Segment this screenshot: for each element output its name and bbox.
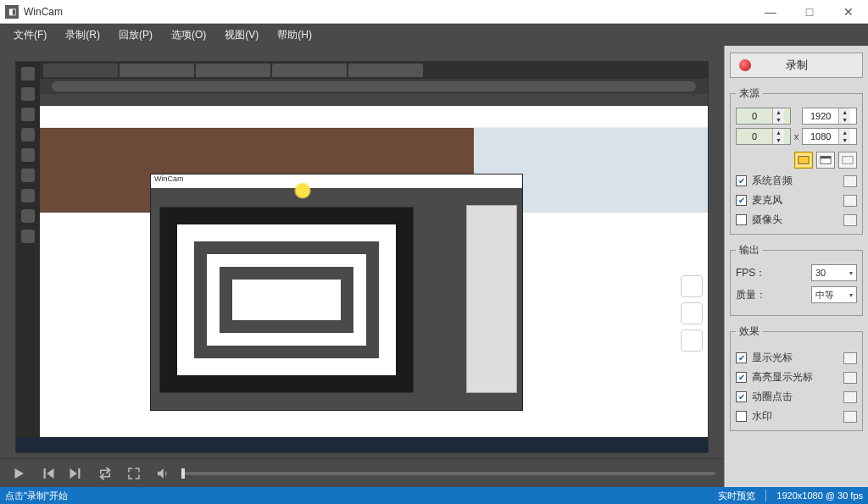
source-height-input[interactable]: ▲▼ bbox=[802, 128, 857, 145]
menubar: 文件(F) 录制(R) 回放(P) 选项(O) 视图(V) 帮助(H) bbox=[0, 24, 868, 46]
effects-legend: 效果 bbox=[736, 324, 763, 339]
spin-up-icon[interactable]: ▲ bbox=[773, 108, 784, 116]
source-width-input[interactable]: ▲▼ bbox=[802, 108, 857, 125]
captured-nested-wincam: WinCam bbox=[150, 174, 523, 411]
show-cursor-options[interactable] bbox=[843, 352, 857, 364]
watermark-checkbox[interactable] bbox=[736, 411, 747, 422]
app-window: ◧ WinCam — □ ✕ 文件(F) 录制(R) 回放(P) 选项(O) 视… bbox=[0, 0, 868, 504]
statusbar: 点击"录制"开始 实时预览 1920x1080 @ 30 fps bbox=[0, 487, 868, 504]
source-width-value[interactable] bbox=[803, 108, 838, 124]
microphone-checkbox[interactable] bbox=[736, 195, 747, 206]
animate-click-checkbox[interactable] bbox=[736, 391, 747, 402]
captured-page: WinCam bbox=[40, 106, 708, 437]
svg-rect-3 bbox=[843, 157, 853, 164]
highlight-cursor-options[interactable] bbox=[843, 372, 857, 384]
captured-browser-sidebar bbox=[16, 62, 40, 452]
microphone-options[interactable] bbox=[843, 195, 857, 207]
camera-options[interactable] bbox=[843, 214, 857, 226]
quality-combo[interactable]: 中等 ▾ bbox=[811, 286, 857, 303]
status-right: 1920x1080 @ 30 fps bbox=[776, 490, 863, 501]
seek-slider[interactable] bbox=[181, 472, 715, 475]
status-mid: 实时预览 bbox=[718, 490, 755, 502]
capture-mode-region[interactable] bbox=[838, 152, 857, 169]
minimize-button[interactable]: — bbox=[751, 0, 790, 24]
svg-rect-2 bbox=[821, 157, 831, 159]
menu-record[interactable]: 录制(R) bbox=[57, 25, 108, 45]
spin-up-icon[interactable]: ▲ bbox=[773, 129, 784, 136]
chevron-down-icon: ▾ bbox=[849, 291, 853, 299]
prev-frame-button[interactable] bbox=[37, 463, 58, 484]
spin-down-icon[interactable]: ▼ bbox=[839, 136, 850, 144]
cursor-highlight-icon bbox=[294, 182, 311, 199]
highlight-cursor-checkbox[interactable] bbox=[736, 372, 747, 383]
status-left: 点击"录制"开始 bbox=[5, 490, 68, 502]
system-audio-options[interactable] bbox=[843, 175, 857, 187]
source-legend: 来源 bbox=[736, 86, 763, 101]
source-y-value[interactable] bbox=[737, 129, 772, 144]
microphone-label: 麦克风 bbox=[752, 193, 782, 208]
menu-help[interactable]: 帮助(H) bbox=[269, 25, 320, 45]
spin-down-icon[interactable]: ▼ bbox=[773, 136, 784, 144]
source-y-input[interactable]: ▲▼ bbox=[736, 128, 791, 145]
fps-value: 30 bbox=[815, 268, 826, 278]
preview-frame: WinCam bbox=[15, 61, 709, 453]
dimension-separator: x bbox=[794, 131, 799, 141]
preview-column: WinCam bbox=[0, 46, 724, 487]
menu-replay[interactable]: 回放(P) bbox=[110, 25, 161, 45]
main-area: WinCam bbox=[0, 46, 868, 487]
output-group: 输出 FPS： 30 ▾ 质量： 中等 ▾ bbox=[730, 243, 863, 316]
fps-combo[interactable]: 30 ▾ bbox=[811, 264, 857, 281]
loop-button[interactable] bbox=[95, 463, 115, 484]
spin-down-icon[interactable]: ▼ bbox=[839, 116, 850, 124]
nested-window-title: WinCam bbox=[151, 174, 522, 188]
volume-button[interactable] bbox=[153, 463, 173, 484]
source-group: 来源 ▲▼ ▲▼ ▲▼ x bbox=[730, 86, 863, 235]
menu-file[interactable]: 文件(F) bbox=[5, 25, 55, 45]
record-dot-icon bbox=[739, 59, 751, 71]
effects-group: 效果 显示光标 高亮显示光标 bbox=[730, 324, 863, 431]
spin-down-icon[interactable]: ▼ bbox=[773, 116, 784, 124]
source-x-value[interactable] bbox=[737, 108, 772, 124]
record-button[interactable]: 录制 bbox=[730, 53, 863, 78]
svg-rect-0 bbox=[798, 157, 809, 164]
play-button[interactable] bbox=[8, 463, 29, 484]
system-audio-label: 系统音频 bbox=[752, 174, 793, 188]
spin-up-icon[interactable]: ▲ bbox=[839, 108, 850, 116]
next-frame-button[interactable] bbox=[66, 463, 86, 484]
menu-view[interactable]: 视图(V) bbox=[216, 25, 267, 45]
settings-panel: 录制 来源 ▲▼ ▲▼ ▲▼ bbox=[724, 46, 868, 487]
watermark-label: 水印 bbox=[752, 409, 772, 424]
output-legend: 输出 bbox=[736, 243, 763, 258]
system-audio-checkbox[interactable] bbox=[736, 175, 747, 186]
capture-mode-window[interactable] bbox=[816, 152, 835, 169]
fps-label: FPS： bbox=[736, 266, 765, 280]
highlight-cursor-label: 高亮显示光标 bbox=[752, 370, 813, 385]
watermark-options[interactable] bbox=[843, 411, 857, 423]
show-cursor-checkbox[interactable] bbox=[736, 352, 747, 363]
record-button-label: 录制 bbox=[786, 58, 808, 73]
app-icon: ◧ bbox=[5, 5, 19, 19]
camera-label: 摄像头 bbox=[752, 213, 782, 227]
close-button[interactable]: ✕ bbox=[829, 0, 868, 24]
maximize-button[interactable]: □ bbox=[790, 0, 829, 24]
captured-floating-buttons bbox=[681, 275, 703, 352]
menu-options[interactable]: 选项(O) bbox=[163, 25, 214, 45]
player-bar bbox=[0, 458, 724, 487]
source-height-value[interactable] bbox=[803, 129, 838, 144]
show-cursor-label: 显示光标 bbox=[752, 351, 793, 365]
capture-mode-fullscreen[interactable] bbox=[794, 152, 813, 169]
quality-value: 中等 bbox=[815, 289, 834, 302]
chevron-down-icon: ▾ bbox=[849, 269, 853, 277]
fullscreen-button[interactable] bbox=[124, 463, 144, 484]
captured-taskbar bbox=[16, 437, 708, 452]
captured-browser-chrome bbox=[40, 62, 708, 94]
animate-click-label: 动圈点击 bbox=[752, 390, 793, 404]
titlebar: ◧ WinCam — □ ✕ bbox=[0, 0, 868, 24]
source-x-input[interactable]: ▲▼ bbox=[736, 108, 791, 125]
window-title: WinCam bbox=[24, 6, 63, 18]
animate-click-options[interactable] bbox=[843, 391, 857, 403]
spin-up-icon[interactable]: ▲ bbox=[839, 129, 850, 136]
camera-checkbox[interactable] bbox=[736, 214, 747, 225]
preview-viewport: WinCam bbox=[0, 46, 724, 458]
quality-label: 质量： bbox=[736, 288, 766, 302]
